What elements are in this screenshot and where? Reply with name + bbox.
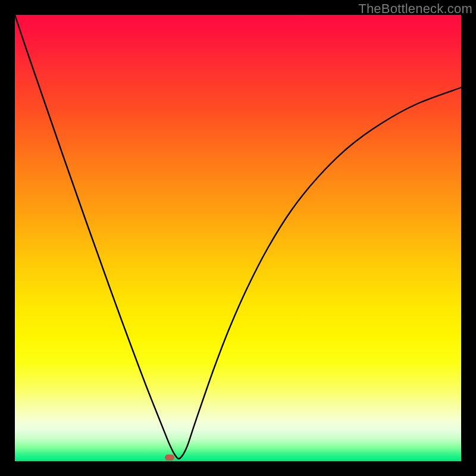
optimal-point-marker <box>165 455 174 461</box>
curve-line <box>15 15 461 459</box>
source-credit: TheBottleneck.com <box>358 1 472 17</box>
bottleneck-curve <box>15 15 461 461</box>
